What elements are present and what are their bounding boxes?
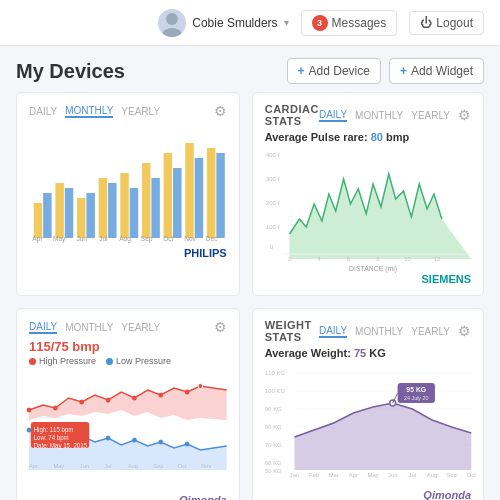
notification-badge: 3 bbox=[312, 15, 328, 31]
tab-yearly-weight[interactable]: YEARLY bbox=[411, 326, 450, 337]
svg-rect-19 bbox=[216, 153, 224, 238]
chevron-down-icon: ▾ bbox=[284, 17, 289, 28]
svg-rect-4 bbox=[55, 183, 63, 238]
svg-text:110 KG: 110 KG bbox=[265, 370, 285, 376]
svg-text:300 t: 300 t bbox=[266, 176, 279, 182]
cardiac-subtitle: Average Pulse rare: 80 bmp bbox=[265, 131, 471, 143]
messages-label: Messages bbox=[332, 16, 387, 30]
activity-card: DAILY MONTHLY YEARLY ⚙ bbox=[16, 92, 240, 296]
svg-marker-43 bbox=[29, 386, 227, 420]
weight-subtitle-prefix: Average Weight: bbox=[265, 347, 354, 359]
svg-text:Sep: Sep bbox=[446, 472, 457, 478]
avatar bbox=[158, 9, 186, 37]
weight-subtitle: Average Weight: 75 KG bbox=[265, 347, 471, 359]
blood-pressure-card: DAILY MONTHLY YEARLY ⚙ 115/75 bmp High P… bbox=[16, 308, 240, 500]
cardiac-tabs: DAILY MONTHLY YEARLY ⚙ bbox=[319, 107, 471, 123]
logout-icon: ⏻ bbox=[420, 16, 432, 30]
settings-icon-cardiac[interactable]: ⚙ bbox=[458, 107, 471, 123]
svg-rect-6 bbox=[77, 198, 85, 238]
activity-tabs: DAILY MONTHLY YEARLY bbox=[29, 105, 160, 118]
svg-text:0: 0 bbox=[270, 244, 274, 250]
svg-text:200 t: 200 t bbox=[266, 200, 279, 206]
legend-low-pressure: Low Pressure bbox=[106, 356, 171, 366]
svg-point-49 bbox=[158, 393, 163, 398]
add-widget-label: Add Widget bbox=[411, 64, 473, 78]
tab-monthly-cardiac[interactable]: MONTHLY bbox=[355, 110, 403, 121]
svg-text:Jul: Jul bbox=[99, 235, 108, 242]
tab-yearly-activity[interactable]: YEARLY bbox=[121, 106, 160, 117]
high-pressure-label: High Pressure bbox=[39, 356, 96, 366]
cardiac-title: CARDIAC STATS bbox=[265, 103, 319, 127]
svg-text:May: May bbox=[53, 235, 66, 243]
svg-rect-17 bbox=[195, 158, 203, 238]
svg-point-48 bbox=[132, 396, 137, 401]
low-pressure-dot bbox=[106, 358, 113, 365]
svg-text:Sep: Sep bbox=[141, 235, 153, 243]
svg-rect-3 bbox=[43, 193, 51, 238]
add-device-button[interactable]: + Add Device bbox=[287, 58, 381, 84]
svg-text:Oct: Oct bbox=[466, 472, 476, 478]
brand-siemens: SIEMENS bbox=[265, 273, 471, 285]
tab-monthly-weight[interactable]: MONTHLY bbox=[355, 326, 403, 337]
add-widget-button[interactable]: + Add Widget bbox=[389, 58, 484, 84]
svg-text:60 KG: 60 KG bbox=[265, 460, 282, 466]
svg-text:Jun: Jun bbox=[388, 472, 397, 478]
tab-monthly-activity[interactable]: MONTHLY bbox=[65, 105, 113, 118]
svg-text:2: 2 bbox=[288, 256, 291, 262]
svg-point-58 bbox=[158, 440, 163, 445]
cardiac-card: CARDIAC STATS DAILY MONTHLY YEARLY ⚙ Ave… bbox=[252, 92, 484, 296]
svg-text:Jun: Jun bbox=[80, 463, 89, 469]
svg-rect-7 bbox=[86, 193, 94, 238]
svg-rect-11 bbox=[130, 188, 138, 238]
settings-icon-weight[interactable]: ⚙ bbox=[458, 323, 471, 339]
tab-daily-activity[interactable]: DAILY bbox=[29, 106, 57, 117]
settings-icon-blood[interactable]: ⚙ bbox=[214, 319, 227, 335]
svg-text:400 t: 400 t bbox=[266, 152, 279, 158]
svg-point-45 bbox=[53, 406, 58, 411]
card-top-blood: DAILY MONTHLY YEARLY ⚙ bbox=[29, 319, 227, 335]
svg-point-47 bbox=[106, 398, 111, 403]
svg-text:100 KG: 100 KG bbox=[265, 388, 285, 394]
brand-qimonda-blood: Qimonda bbox=[29, 494, 227, 500]
page-title: My Devices bbox=[16, 60, 125, 83]
logout-label: Logout bbox=[436, 16, 473, 30]
svg-rect-10 bbox=[120, 173, 128, 238]
svg-text:Sep: Sep bbox=[153, 463, 163, 469]
card-top-activity: DAILY MONTHLY YEARLY ⚙ bbox=[29, 103, 227, 119]
cards-grid: DAILY MONTHLY YEARLY ⚙ bbox=[0, 92, 500, 500]
plus-icon-2: + bbox=[400, 64, 407, 78]
messages-button[interactable]: 3 Messages bbox=[301, 10, 398, 36]
settings-icon-activity[interactable]: ⚙ bbox=[214, 103, 227, 119]
svg-rect-12 bbox=[142, 163, 150, 238]
svg-point-51 bbox=[198, 384, 203, 389]
tab-yearly-cardiac[interactable]: YEARLY bbox=[411, 110, 450, 121]
svg-text:Apr: Apr bbox=[349, 472, 358, 478]
svg-text:Aug: Aug bbox=[426, 472, 436, 478]
svg-text:DISTANCE (mi): DISTANCE (mi) bbox=[349, 265, 397, 273]
svg-text:10: 10 bbox=[404, 256, 411, 262]
blood-reading: 115/75 bmp bbox=[29, 339, 227, 354]
cardiac-chart: 400 t 300 t 200 t 100 t 0 2 4 6 8 10 12 … bbox=[265, 149, 471, 269]
activity-chart: Apr May Jun Jul Aug Sep Oct Nov Dec bbox=[29, 123, 227, 243]
tab-monthly-blood[interactable]: MONTHLY bbox=[65, 322, 113, 333]
svg-text:Apr: Apr bbox=[32, 235, 43, 243]
svg-rect-13 bbox=[151, 178, 159, 238]
svg-text:High: 115 bpm: High: 115 bpm bbox=[34, 426, 74, 434]
svg-rect-14 bbox=[164, 153, 172, 238]
svg-text:Jul: Jul bbox=[408, 472, 416, 478]
svg-point-56 bbox=[106, 436, 111, 441]
tab-daily-blood[interactable]: DAILY bbox=[29, 321, 57, 334]
blood-tabs: DAILY MONTHLY YEARLY bbox=[29, 321, 160, 334]
svg-text:Oct: Oct bbox=[163, 235, 173, 242]
tab-daily-weight[interactable]: DAILY bbox=[319, 325, 347, 338]
tab-yearly-blood[interactable]: YEARLY bbox=[121, 322, 160, 333]
blood-legend: High Pressure Low Pressure bbox=[29, 356, 227, 366]
weight-card: WEIGHT STATS DAILY MONTHLY YEARLY ⚙ Aver… bbox=[252, 308, 484, 500]
logout-button[interactable]: ⏻ Logout bbox=[409, 11, 484, 35]
tab-daily-cardiac[interactable]: DAILY bbox=[319, 109, 347, 122]
app-header: Cobie Smulders ▾ 3 Messages ⏻ Logout bbox=[0, 0, 500, 46]
svg-rect-9 bbox=[108, 183, 116, 238]
high-pressure-dot bbox=[29, 358, 36, 365]
user-menu[interactable]: Cobie Smulders ▾ bbox=[158, 9, 288, 37]
svg-text:Nov: Nov bbox=[184, 235, 196, 242]
